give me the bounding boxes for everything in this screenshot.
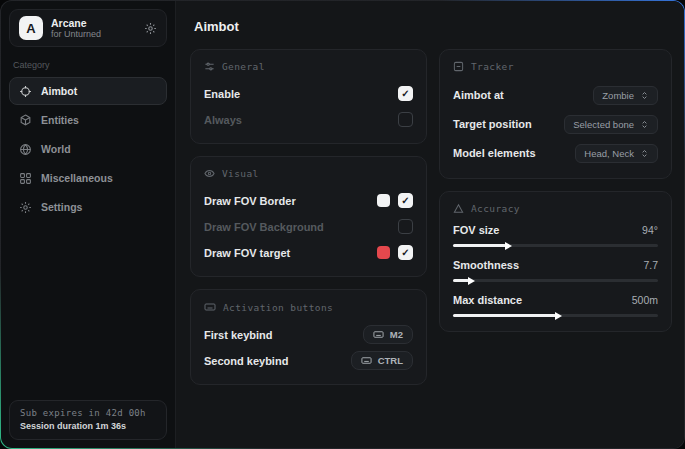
slider-value: 7.7	[643, 259, 658, 271]
sidebar-item-aimbot[interactable]: Aimbot	[9, 77, 167, 105]
slider-handle[interactable]	[555, 312, 562, 320]
slider-fill	[453, 314, 556, 317]
general-header: General	[204, 61, 413, 72]
check-icon: ✓	[401, 248, 409, 258]
card-accuracy: Accuracy FOV size 94° Smoothness	[439, 191, 672, 332]
section-title: Tracker	[471, 61, 514, 72]
sidebar-item-settings[interactable]: Settings	[9, 193, 167, 221]
smoothness-slider-group: Smoothness 7.7	[453, 259, 658, 282]
app-logo: A	[19, 16, 43, 40]
subscription-info: Sub expires in 42d 00h Session duration …	[9, 400, 167, 440]
setting-row: Enable ✓	[204, 82, 413, 105]
aimbot-at-select[interactable]: Zombie	[593, 86, 658, 105]
card-activation: Activation buttons First keybind M2 Seco…	[190, 289, 427, 385]
keyboard-icon	[361, 355, 372, 366]
keybind-value: M2	[390, 329, 403, 340]
section-title: Activation buttons	[223, 302, 333, 313]
brand-card: A Arcane for Unturned	[9, 9, 167, 47]
fov-border-checkbox[interactable]: ✓	[398, 193, 413, 208]
sidebar-item-label: Miscellaneous	[41, 172, 113, 184]
setting-row: Model elements Head, Neck	[453, 140, 658, 166]
activation-header: Activation buttons	[204, 301, 413, 313]
sidebar-item-label: Entities	[41, 114, 79, 126]
smoothness-slider[interactable]	[453, 279, 658, 282]
sub-expires-text: Sub expires in 42d 00h	[20, 408, 156, 418]
setting-row: Draw FOV target ✓	[204, 241, 413, 264]
settings-gear-icon	[19, 201, 32, 214]
brand-text: Arcane for Unturned	[51, 17, 136, 39]
slider-fill	[453, 244, 506, 247]
globe-icon	[19, 143, 32, 156]
keyboard-icon	[373, 329, 384, 340]
sliders-icon	[204, 61, 215, 72]
entities-icon	[19, 114, 32, 127]
grid-icon	[19, 172, 32, 185]
box-minus-icon	[453, 61, 464, 72]
unfold-icon	[640, 120, 649, 129]
category-label: Category	[13, 60, 163, 70]
sidebar-item-world[interactable]: World	[9, 135, 167, 163]
slider-fill	[453, 279, 469, 282]
keyboard-icon	[204, 301, 216, 313]
crosshair-icon	[19, 85, 32, 98]
unfold-icon	[640, 149, 649, 158]
slider-handle[interactable]	[505, 242, 512, 250]
session-duration-text: Session duration 1m 36s	[20, 421, 156, 431]
select-value: Selected bone	[573, 119, 634, 130]
fov-background-checkbox[interactable]: ✓	[398, 219, 413, 234]
second-keybind-button[interactable]: CTRL	[351, 351, 413, 370]
keybind-value: CTRL	[378, 355, 403, 366]
select-value: Zombie	[602, 90, 634, 101]
fov-size-slider[interactable]	[453, 244, 658, 247]
card-tracker: Tracker Aimbot at Zombie Target position…	[439, 49, 672, 179]
arcane-window: A Arcane for Unturned Category Aimbot	[1, 1, 684, 448]
sidebar-item-label: World	[41, 143, 71, 155]
slider-value: 500m	[632, 294, 658, 306]
tracker-header: Tracker	[453, 61, 658, 72]
slider-handle[interactable]	[468, 277, 475, 285]
max-distance-slider-group: Max distance 500m	[453, 294, 658, 317]
setting-row: Draw FOV Background ✓	[204, 215, 413, 238]
check-icon: ✓	[401, 89, 409, 99]
setting-label: Target position	[453, 118, 532, 130]
fov-target-checkbox[interactable]: ✓	[398, 245, 413, 260]
setting-label: First keybind	[204, 329, 272, 341]
sidebar: A Arcane for Unturned Category Aimbot	[1, 1, 176, 448]
first-keybind-button[interactable]: M2	[363, 325, 413, 344]
accuracy-header: Accuracy	[453, 203, 658, 214]
always-checkbox[interactable]: ✓	[398, 112, 413, 127]
slider-label: Max distance	[453, 294, 522, 306]
slider-label: FOV size	[453, 224, 499, 236]
color-swatch[interactable]	[377, 194, 390, 207]
sidebar-item-entities[interactable]: Entities	[9, 106, 167, 134]
color-swatch[interactable]	[377, 246, 390, 259]
model-elements-select[interactable]: Head, Neck	[575, 144, 658, 163]
section-title: General	[222, 61, 265, 72]
eye-icon	[204, 168, 215, 179]
page-title: Aimbot	[194, 19, 672, 34]
app-subtitle: for Unturned	[51, 29, 136, 39]
window-frame: A Arcane for Unturned Category Aimbot	[0, 0, 685, 449]
max-distance-slider[interactable]	[453, 314, 658, 317]
setting-row: Always ✓	[204, 108, 413, 131]
slider-value: 94°	[642, 224, 658, 236]
main-panel: Aimbot General Enable ✓ Always ✓	[176, 1, 684, 448]
enable-checkbox[interactable]: ✓	[398, 86, 413, 101]
section-title: Visual	[222, 168, 259, 179]
setting-row: Second keybind CTRL	[204, 349, 413, 372]
slider-label: Smoothness	[453, 259, 519, 271]
setting-label: Second keybind	[204, 355, 288, 367]
setting-label: Draw FOV Border	[204, 195, 296, 207]
sidebar-item-label: Settings	[41, 201, 82, 213]
setting-row: First keybind M2	[204, 323, 413, 346]
sidebar-item-miscellaneous[interactable]: Miscellaneous	[9, 164, 167, 192]
right-column: Tracker Aimbot at Zombie Target position…	[439, 49, 672, 332]
section-title: Accuracy	[471, 203, 520, 214]
setting-label: Model elements	[453, 147, 536, 159]
setting-label: Enable	[204, 88, 240, 100]
card-general: General Enable ✓ Always ✓	[190, 49, 427, 144]
gear-icon[interactable]	[144, 22, 157, 35]
unfold-icon	[640, 91, 649, 100]
target-position-select[interactable]: Selected bone	[564, 115, 658, 134]
setting-label: Draw FOV target	[204, 247, 290, 259]
